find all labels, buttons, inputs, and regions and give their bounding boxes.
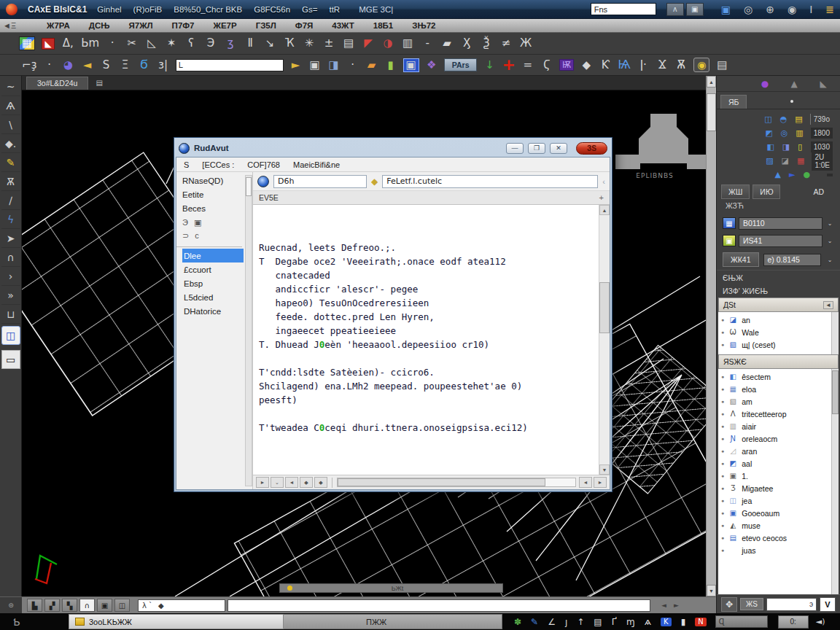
- toolbar-icon[interactable]: Ѕ: [100, 60, 113, 71]
- tray-icon[interactable]: ↑: [577, 618, 584, 626]
- toolbar-icon[interactable]: ✶: [165, 38, 178, 49]
- status-toggle-button[interactable]: ▣: [97, 599, 112, 612]
- dialog-title-bar[interactable]: RudAvut — ❐ ✕ ЗЅ: [176, 139, 610, 157]
- panel-list-item[interactable]: ● ◭ muse: [721, 519, 831, 532]
- grid-icon[interactable]: ◎: [781, 129, 788, 137]
- drawing-tool-button[interactable]: »: [1, 286, 20, 305]
- toolbar-icon[interactable]: ↘: [263, 38, 276, 49]
- sidebar-mini-icon[interactable]: с: [195, 231, 199, 244]
- toolbar-icon[interactable]: ▰: [365, 60, 378, 71]
- shape-button[interactable]: ЖК41: [723, 252, 759, 267]
- panel-list-item[interactable]: ● ◫ jea: [721, 494, 831, 507]
- restore-button[interactable]: ❐: [528, 143, 545, 154]
- scrollbar-thumb[interactable]: [246, 177, 252, 196]
- scroll-down-button[interactable]: ▼: [599, 464, 610, 475]
- menu-item[interactable]: П7Ф7: [172, 21, 195, 30]
- dialog-text-content[interactable]: Ruecnad, leets Defreoo.;.T Degabe oce2 '…: [253, 205, 599, 475]
- titlebar-small-button[interactable]: ▣: [686, 3, 704, 16]
- toolbar-icon[interactable]: Ѯ: [480, 38, 493, 49]
- panel-tab[interactable]: ЖШ: [721, 184, 750, 199]
- dialog-menu-item[interactable]: [ECCes :: [202, 160, 234, 169]
- menu-item[interactable]: ЖЕ7Р: [213, 21, 236, 30]
- start-button[interactable]: Ƅ: [0, 616, 34, 628]
- grid-icon[interactable]: ◩: [765, 129, 772, 137]
- toolbar-icon[interactable]: ǀ·: [637, 60, 650, 71]
- drawing-tab[interactable]: 3o#L&D24u: [26, 77, 88, 90]
- sidebar-nav-item[interactable]: Ebsp: [182, 276, 242, 290]
- taskbar-item[interactable]: ПЖЖ: [284, 614, 502, 629]
- titlebar-icon[interactable]: ◉: [788, 4, 796, 15]
- toolbar-icon[interactable]: ▮: [384, 60, 397, 71]
- panel-value-field[interactable]: э: [766, 598, 817, 611]
- toolbar-icon[interactable]: ◄: [81, 60, 94, 71]
- nav-button[interactable]: ◆: [300, 477, 313, 488]
- nav-button[interactable]: ◆: [314, 477, 327, 488]
- titlebar-menu-item[interactable]: ttR: [329, 5, 340, 14]
- nav-button[interactable]: ►: [256, 477, 269, 488]
- toolbar-icon[interactable]: ▣: [308, 60, 322, 71]
- dialog-menu-item[interactable]: COF]768: [247, 160, 280, 169]
- tray-icon[interactable]: Ґ: [612, 618, 617, 626]
- menu-item[interactable]: ЗЊ72: [412, 21, 435, 30]
- toolbar-icon[interactable]: ⌐ҙ: [22, 60, 37, 71]
- minimized-bar[interactable]: ЬЖt: [279, 583, 503, 593]
- help-pill-button[interactable]: ЗЅ: [576, 142, 607, 155]
- panel-list-item[interactable]: ● Ѡ Wale: [721, 326, 831, 338]
- panel-tab[interactable]: ИЮ: [752, 184, 780, 199]
- toolbar-icon[interactable]: -: [421, 38, 434, 49]
- status-arrow-button[interactable]: ◄: [661, 602, 666, 609]
- titlebar-icon[interactable]: ▣: [721, 4, 731, 15]
- drawing-tool-button[interactable]: ⊔: [1, 305, 20, 324]
- list-scrollbar[interactable]: [831, 312, 839, 354]
- close-button[interactable]: ✕: [550, 143, 567, 154]
- status-arrow-button[interactable]: ►: [674, 602, 679, 609]
- toolbar-icon[interactable]: ±: [322, 38, 335, 49]
- drawing-tool-button[interactable]: ∩: [1, 248, 20, 267]
- grid-icon[interactable]: ◨: [782, 143, 790, 151]
- dialog-scrollbar[interactable]: ▲ ▼: [599, 205, 610, 475]
- panel-list-item[interactable]: ● ◪ an: [721, 314, 831, 326]
- toolbar-icon[interactable]: ʒ: [224, 38, 237, 49]
- toolbar-icon[interactable]: ✂: [125, 38, 139, 49]
- menu-item[interactable]: Ж7РА: [47, 21, 70, 30]
- tray-icon[interactable]: ✽: [514, 618, 521, 626]
- drawing-tool-button[interactable]: Ѧ: [1, 96, 20, 115]
- clock[interactable]: 0:: [778, 615, 809, 629]
- drawing-tool-button[interactable]: ▭: [1, 350, 20, 369]
- toolbar-icon[interactable]: ◤: [362, 38, 375, 49]
- grid-value[interactable]: 1800: [811, 128, 833, 139]
- titlebar-search-input[interactable]: [591, 3, 656, 15]
- drawing-tool-button[interactable]: ✎: [1, 153, 20, 172]
- collapse-icon[interactable]: ◄: [823, 301, 833, 309]
- grid-value[interactable]: 739o: [810, 114, 833, 125]
- tray-icon[interactable]: ∠: [548, 618, 556, 626]
- toolbar-icon[interactable]: Ⅱ: [244, 38, 257, 49]
- grid-icon[interactable]: ◪: [782, 157, 789, 165]
- style-icon[interactable]: ▣: [723, 235, 736, 246]
- scroll-down-button[interactable]: ▼: [707, 585, 716, 596]
- panel-list-item[interactable]: ● ▣ Gooeoaum: [721, 507, 831, 519]
- panel-tab[interactable]: AD: [806, 185, 836, 198]
- grid-icon[interactable]: ▦: [797, 157, 804, 165]
- titlebar-menu-item[interactable]: Gs=: [302, 5, 317, 14]
- toolbar-icon[interactable]: ►: [289, 60, 303, 71]
- panel-list-item[interactable]: ● ◿ aran: [721, 445, 831, 457]
- panel-list-item[interactable]: ● ▧ am: [721, 395, 831, 408]
- titlebar-icon[interactable]: ≣: [825, 4, 834, 15]
- panel-list-item[interactable]: ● ▤ etevo ceocos: [721, 532, 831, 544]
- status-toggle-button[interactable]: ◫: [114, 599, 130, 612]
- sidebar-icon-row[interactable]: ⊃ с: [182, 231, 242, 244]
- sidebar-mini-icon[interactable]: ▣: [194, 218, 201, 231]
- toolbar-icon[interactable]: Ϫ: [656, 60, 669, 71]
- status-toggle-button[interactable]: ▚: [62, 599, 77, 612]
- panel-list-item[interactable]: ● ▦ eloa: [721, 383, 831, 395]
- pan-icon[interactable]: ✥: [721, 597, 737, 612]
- toolbar-icon[interactable]: Ϭ: [138, 60, 151, 71]
- sidebar-nav-item[interactable]: L5dcied: [182, 290, 242, 304]
- toolbar-icon[interactable]: Ҡ: [283, 38, 296, 49]
- add-tab-icon[interactable]: +: [599, 193, 604, 202]
- titlebar-icon[interactable]: ⊕: [766, 4, 774, 15]
- dialog-command-field[interactable]: D6h: [273, 175, 367, 188]
- dialog-menu-item[interactable]: MaeicBifi&ne: [293, 160, 340, 169]
- toolbar-icon[interactable]: ❖: [425, 60, 438, 71]
